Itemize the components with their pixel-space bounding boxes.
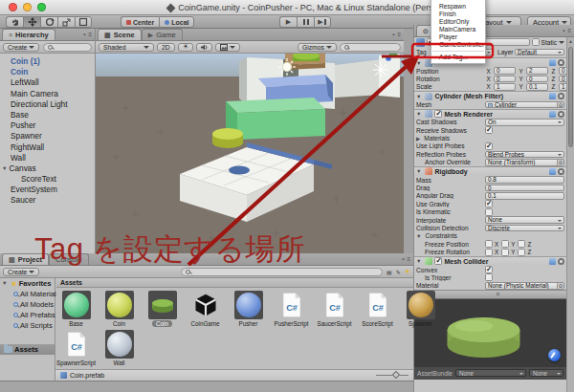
- tree-item[interactable]: All Models: [0, 299, 55, 310]
- draw-mode-dropdown[interactable]: Shaded: [99, 43, 154, 52]
- scale-y-field[interactable]: 0.1: [526, 83, 548, 91]
- hierarchy-item[interactable]: Directional Light: [0, 99, 95, 110]
- favorites-root[interactable]: ▼★Favorites: [0, 278, 55, 289]
- scene-search-input[interactable]: [340, 43, 401, 52]
- menu-item-editoronly[interactable]: EditorOnly: [431, 18, 485, 26]
- scene-viewport[interactable]: [96, 54, 404, 253]
- tab-scene[interactable]: ▦Scene: [98, 29, 142, 40]
- position-x-field[interactable]: 0: [494, 67, 516, 75]
- rotation-x-field[interactable]: 0: [494, 76, 516, 83]
- menu-item-gamecontroller[interactable]: GameController: [431, 41, 485, 49]
- foldout-icon[interactable]: ▼: [416, 233, 421, 239]
- chevron-down-icon[interactable]: [559, 41, 564, 47]
- foldout-icon[interactable]: ▶: [416, 136, 420, 142]
- rigidbody-header[interactable]: ▼ Rigidbody: [414, 166, 566, 176]
- is-trigger-checkbox[interactable]: [485, 273, 493, 281]
- panel-menu-icon[interactable]: ≡: [397, 32, 401, 37]
- asset-tile-selected[interactable]: Coin: [146, 291, 178, 327]
- freeze-position-y-checkbox[interactable]: [501, 240, 509, 248]
- hierarchy-item[interactable]: Pusher: [0, 120, 95, 131]
- component-enabled-checkbox[interactable]: ✓: [434, 257, 442, 265]
- object-picker-icon[interactable]: ⊙: [557, 102, 563, 108]
- component-enabled-checkbox[interactable]: ✓: [434, 110, 442, 118]
- asset-tile[interactable]: C#ScoreScript: [362, 291, 393, 327]
- freeze-rotation-y-checkbox[interactable]: [501, 249, 509, 256]
- asset-tile[interactable]: Wall: [103, 330, 135, 366]
- tab-console[interactable]: Console: [49, 253, 89, 265]
- receive-shadows-checkbox[interactable]: ✓: [485, 126, 493, 134]
- search-by-label-icon[interactable]: ✎: [396, 269, 401, 275]
- foldout-icon[interactable]: ▼: [416, 111, 421, 117]
- help-icon[interactable]: [549, 93, 556, 99]
- menu-item-player[interactable]: Player: [431, 33, 485, 41]
- convex-checkbox[interactable]: ✓: [485, 266, 493, 273]
- hand-tool-button[interactable]: [6, 16, 23, 28]
- mesh-renderer-header[interactable]: ▼ ✓ Mesh Renderer: [414, 109, 566, 119]
- panel-menu-icon[interactable]: ≡: [407, 256, 410, 262]
- panel-menu-icon[interactable]: ≡: [88, 32, 92, 37]
- use-gravity-checkbox[interactable]: ✓: [485, 200, 493, 207]
- icon-size-slider[interactable]: [376, 375, 408, 376]
- hierarchy-item[interactable]: LeftWall: [0, 77, 95, 88]
- menu-item-finish[interactable]: Finish: [431, 11, 485, 18]
- gear-icon[interactable]: [558, 168, 564, 175]
- scale-tool-button[interactable]: [57, 16, 75, 28]
- hierarchy-item[interactable]: Spawner: [0, 131, 95, 142]
- tree-item[interactable]: All Prefabs: [0, 310, 55, 320]
- foldout-icon[interactable]: ▼: [416, 60, 421, 66]
- hierarchy-search-input[interactable]: [43, 43, 92, 52]
- foldout-icon[interactable]: ▼: [2, 278, 7, 289]
- hierarchy-item[interactable]: EventSystem: [0, 185, 95, 195]
- help-icon[interactable]: [549, 168, 556, 175]
- tree-item[interactable]: All Materials: [0, 289, 55, 299]
- rotate-tool-button[interactable]: [40, 16, 57, 28]
- layer-dropdown[interactable]: Default: [515, 49, 564, 56]
- asset-tile[interactable]: Spawner: [405, 291, 436, 327]
- preview-header[interactable]: Coin≡: [414, 290, 566, 299]
- hierarchy-item[interactable]: Coin (1): [0, 56, 95, 67]
- scroll-up-icon[interactable]: ▲: [567, 37, 574, 45]
- angular-drag-field[interactable]: 0.1: [485, 192, 564, 200]
- freeze-position-z-checkbox[interactable]: [518, 240, 525, 248]
- is-kinematic-checkbox[interactable]: [485, 208, 493, 216]
- hierarchy-item[interactable]: Wall: [0, 153, 95, 163]
- tab-hierarchy[interactable]: ≡Hierarchy: [2, 29, 55, 40]
- project-create-button[interactable]: Create: [3, 268, 39, 276]
- hierarchy-item[interactable]: ▼Canvas: [0, 163, 95, 174]
- asset-tile[interactable]: Coin: [103, 291, 135, 327]
- object-picker-icon[interactable]: ⊙: [557, 160, 563, 165]
- pause-button[interactable]: [297, 16, 314, 28]
- effects-dropdown[interactable]: [215, 43, 240, 52]
- asset-tile[interactable]: C#SaucerScript: [319, 291, 350, 327]
- assetbundle-dropdown[interactable]: None: [455, 369, 526, 377]
- object-picker-icon[interactable]: ⊙: [557, 283, 563, 289]
- drag-handle-icon[interactable]: ≡: [496, 291, 499, 297]
- tab-project[interactable]: ▤Project: [2, 253, 49, 265]
- window-close-button[interactable]: [9, 3, 17, 11]
- panel-pin-icon[interactable]: ▪: [402, 256, 404, 262]
- scale-x-field[interactable]: 1: [494, 83, 516, 91]
- hierarchy-item[interactable]: Base: [0, 110, 95, 120]
- gizmos-dropdown[interactable]: Gizmos: [298, 43, 337, 52]
- preview-light-toggle[interactable]: [548, 349, 561, 361]
- gear-icon[interactable]: [558, 258, 564, 265]
- gear-icon[interactable]: [558, 111, 564, 118]
- lock-icon[interactable]: ▪: [563, 28, 564, 33]
- project-search-input[interactable]: [181, 268, 383, 276]
- pivot-center-button[interactable]: Center: [121, 16, 159, 28]
- window-zoom-button[interactable]: [37, 3, 46, 11]
- scrollbar-thumb[interactable]: [568, 47, 573, 147]
- rotation-y-field[interactable]: 0: [526, 76, 548, 83]
- hierarchy-item[interactable]: Saucer: [0, 195, 95, 206]
- panel-pin-icon[interactable]: ▪: [83, 32, 85, 37]
- menu-item-add-tag[interactable]: Add Tag...: [431, 54, 485, 61]
- search-by-type-icon[interactable]: ▤: [386, 269, 392, 275]
- inspector-scrollbar[interactable]: ▲: [566, 37, 574, 392]
- anchor-override-field[interactable]: None (Transform)⊙: [485, 159, 564, 166]
- menu-item-maincamera[interactable]: MainCamera: [431, 26, 485, 33]
- mass-field[interactable]: 0.8: [485, 176, 564, 184]
- asset-tile[interactable]: Base: [60, 291, 92, 327]
- audio-toggle-button[interactable]: [196, 43, 212, 52]
- interpolate-dropdown[interactable]: None: [485, 216, 564, 224]
- help-icon[interactable]: [549, 258, 556, 265]
